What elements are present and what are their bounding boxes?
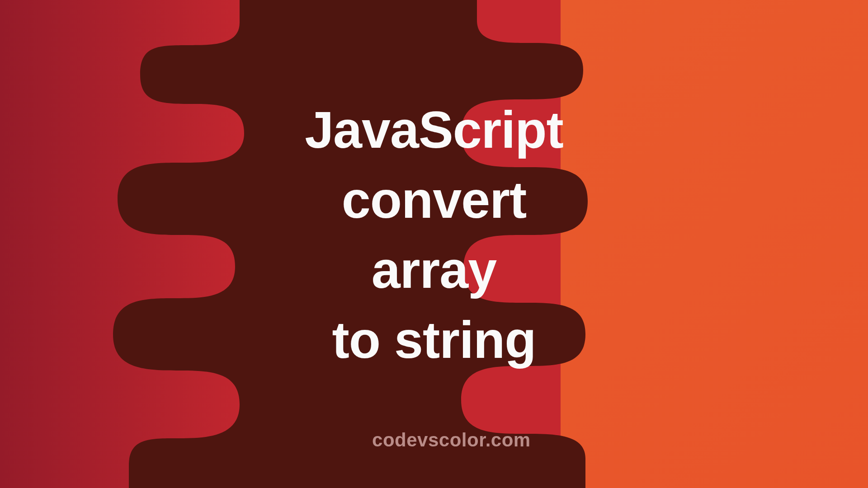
site-caption: codevscolor.com bbox=[372, 429, 531, 451]
hero-title: JavaScriptconvertarrayto string bbox=[305, 95, 563, 375]
hero-banner: JavaScriptconvertarrayto string codevsco… bbox=[0, 0, 868, 488]
content-wrapper: JavaScriptconvertarrayto string codevsco… bbox=[0, 0, 868, 488]
